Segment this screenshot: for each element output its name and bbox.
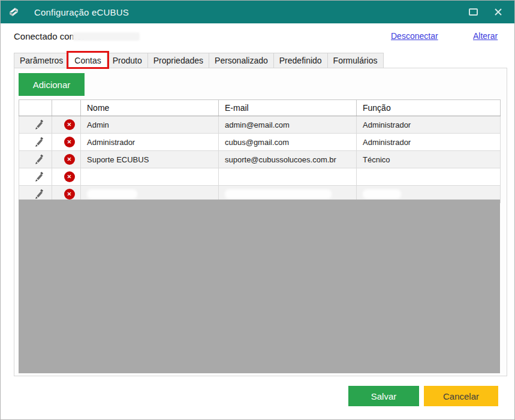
- table-header-row: NomeE-mailFunção: [19, 100, 501, 116]
- edit-row-button[interactable]: [25, 151, 52, 168]
- edit-row-button[interactable]: [25, 168, 52, 185]
- tab-formularios[interactable]: Formulários: [327, 53, 384, 68]
- edit-cell: [19, 168, 52, 186]
- delete-icon: [64, 171, 75, 182]
- disconnect-link[interactable]: Desconectar: [391, 31, 438, 41]
- delete-row-button[interactable]: [58, 151, 80, 168]
- cell-email: [219, 168, 357, 186]
- tab-propriedades[interactable]: Propriedades: [147, 53, 209, 68]
- delete-row-button[interactable]: [58, 168, 80, 185]
- edit-cell: [19, 151, 52, 168]
- tab-contas[interactable]: Contas: [68, 52, 107, 68]
- tab-produto[interactable]: Produto: [107, 53, 148, 68]
- column-header-edit: [19, 100, 52, 116]
- delete-row-button[interactable]: [58, 116, 80, 133]
- maximize-icon: [469, 8, 478, 16]
- cell-nome: Suporte ECUBUS: [81, 151, 219, 168]
- column-header-funcao: Função: [357, 100, 501, 116]
- delete-row-button[interactable]: [58, 134, 80, 150]
- table-row: [19, 168, 501, 186]
- delete-cell: [52, 116, 81, 134]
- redacted-username: [73, 32, 140, 41]
- cell-nome: [81, 168, 219, 186]
- column-header-nome: Nome: [81, 100, 219, 116]
- edit-row-button[interactable]: [25, 134, 52, 150]
- column-header-delete: [52, 100, 81, 116]
- pencil-icon: [32, 136, 44, 148]
- cell-nome: Administrador: [81, 134, 219, 151]
- cell-email: cubus@gmail.com: [219, 134, 357, 151]
- close-button[interactable]: [486, 1, 511, 23]
- delete-icon: [64, 137, 75, 147]
- delete-icon: [64, 154, 75, 165]
- tab-strip: ParâmetrosContasProdutoPropriedadesPerso…: [14, 53, 383, 68]
- tab-personalizado[interactable]: Personalizado: [209, 53, 274, 68]
- table-row: Suporte ECUBUSsuporte@cubussolucoes.com.…: [19, 151, 501, 168]
- table-row: Adminadmin@email.comAdministrador: [19, 116, 501, 134]
- delete-cell: [52, 168, 81, 186]
- cell-funcao: [357, 168, 501, 186]
- edit-cell: [19, 116, 52, 134]
- empty-area: [19, 200, 500, 373]
- cell-funcao: Técnico: [357, 151, 501, 168]
- cell-email: admin@email.com: [219, 116, 357, 134]
- maximize-button[interactable]: [460, 1, 486, 23]
- change-link[interactable]: Alterar: [473, 31, 498, 41]
- cell-email: suporte@cubussolucoes.com.br: [219, 151, 357, 168]
- window-title: Configuração eCUBUS: [34, 7, 129, 17]
- delete-icon: [64, 189, 75, 200]
- tab-parametros[interactable]: Parâmetros: [14, 53, 69, 68]
- pencil-icon: [32, 171, 44, 183]
- pencil-icon: [32, 188, 44, 200]
- pencil-icon: [32, 119, 44, 131]
- save-button[interactable]: Salvar: [348, 386, 419, 406]
- edit-cell: [19, 134, 52, 151]
- accounts-table: NomeE-mailFunção Adminadmin@email.comAdm…: [19, 99, 501, 203]
- config-window: Configuração eCUBUS Conectado como: Desc…: [0, 0, 515, 420]
- delete-cell: [52, 134, 81, 151]
- pencil-icon: [32, 153, 44, 165]
- column-header-email: E-mail: [219, 100, 357, 116]
- tab-panel: Adicionar NomeE-mailFunção Adminadmin@em…: [14, 68, 507, 376]
- tab-predefinido[interactable]: Predefinido: [273, 53, 328, 68]
- titlebar: Configuração eCUBUS: [1, 1, 514, 23]
- delete-cell: [52, 151, 81, 168]
- cell-funcao: Administrador: [357, 116, 501, 134]
- cell-nome: Admin: [81, 116, 219, 134]
- edit-row-button[interactable]: [25, 116, 52, 133]
- delete-icon: [64, 119, 75, 130]
- table-row: Administradorcubus@gmail.comAdministrado…: [19, 134, 501, 151]
- add-button[interactable]: Adicionar: [19, 73, 85, 96]
- close-icon: [493, 7, 503, 17]
- cell-funcao: Administrador: [357, 134, 501, 151]
- cancel-button[interactable]: Cancelar: [424, 386, 498, 406]
- app-logo-icon: [6, 5, 22, 19]
